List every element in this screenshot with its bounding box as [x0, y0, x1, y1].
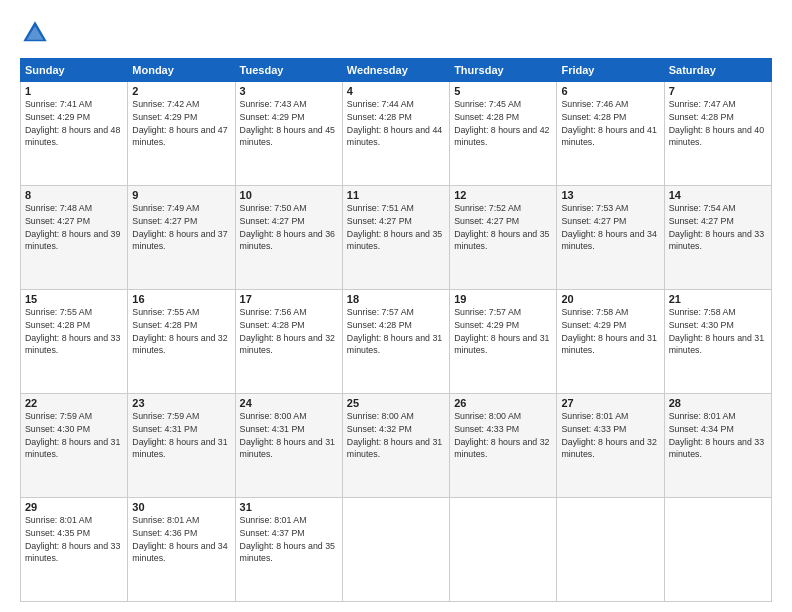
day-number: 26 [454, 397, 552, 409]
calendar-header-row: SundayMondayTuesdayWednesdayThursdayFrid… [21, 59, 772, 82]
calendar-week-row: 22Sunrise: 7:59 AMSunset: 4:30 PMDayligh… [21, 394, 772, 498]
day-info: Sunrise: 7:46 AMSunset: 4:28 PMDaylight:… [561, 98, 659, 149]
calendar-cell: 13Sunrise: 7:53 AMSunset: 4:27 PMDayligh… [557, 186, 664, 290]
calendar-cell [450, 498, 557, 602]
day-info: Sunrise: 7:58 AMSunset: 4:30 PMDaylight:… [669, 306, 767, 357]
day-info: Sunrise: 8:01 AMSunset: 4:34 PMDaylight:… [669, 410, 767, 461]
calendar-cell: 23Sunrise: 7:59 AMSunset: 4:31 PMDayligh… [128, 394, 235, 498]
calendar-cell: 20Sunrise: 7:58 AMSunset: 4:29 PMDayligh… [557, 290, 664, 394]
calendar-cell: 15Sunrise: 7:55 AMSunset: 4:28 PMDayligh… [21, 290, 128, 394]
calendar-cell: 1Sunrise: 7:41 AMSunset: 4:29 PMDaylight… [21, 82, 128, 186]
calendar-cell: 24Sunrise: 8:00 AMSunset: 4:31 PMDayligh… [235, 394, 342, 498]
day-info: Sunrise: 7:53 AMSunset: 4:27 PMDaylight:… [561, 202, 659, 253]
col-header-wednesday: Wednesday [342, 59, 449, 82]
day-info: Sunrise: 7:58 AMSunset: 4:29 PMDaylight:… [561, 306, 659, 357]
generalblue-logo-icon [20, 18, 50, 48]
day-info: Sunrise: 7:56 AMSunset: 4:28 PMDaylight:… [240, 306, 338, 357]
day-info: Sunrise: 7:48 AMSunset: 4:27 PMDaylight:… [25, 202, 123, 253]
calendar-cell: 27Sunrise: 8:01 AMSunset: 4:33 PMDayligh… [557, 394, 664, 498]
day-number: 2 [132, 85, 230, 97]
day-info: Sunrise: 8:00 AMSunset: 4:32 PMDaylight:… [347, 410, 445, 461]
day-info: Sunrise: 7:59 AMSunset: 4:30 PMDaylight:… [25, 410, 123, 461]
day-info: Sunrise: 8:01 AMSunset: 4:33 PMDaylight:… [561, 410, 659, 461]
day-number: 14 [669, 189, 767, 201]
day-number: 29 [25, 501, 123, 513]
calendar-cell: 11Sunrise: 7:51 AMSunset: 4:27 PMDayligh… [342, 186, 449, 290]
day-number: 8 [25, 189, 123, 201]
day-number: 18 [347, 293, 445, 305]
calendar-cell: 17Sunrise: 7:56 AMSunset: 4:28 PMDayligh… [235, 290, 342, 394]
calendar-cell: 8Sunrise: 7:48 AMSunset: 4:27 PMDaylight… [21, 186, 128, 290]
day-info: Sunrise: 7:57 AMSunset: 4:29 PMDaylight:… [454, 306, 552, 357]
calendar-week-row: 8Sunrise: 7:48 AMSunset: 4:27 PMDaylight… [21, 186, 772, 290]
header [20, 18, 772, 48]
col-header-saturday: Saturday [664, 59, 771, 82]
col-header-monday: Monday [128, 59, 235, 82]
col-header-tuesday: Tuesday [235, 59, 342, 82]
day-number: 22 [25, 397, 123, 409]
calendar-cell: 28Sunrise: 8:01 AMSunset: 4:34 PMDayligh… [664, 394, 771, 498]
col-header-friday: Friday [557, 59, 664, 82]
day-info: Sunrise: 7:42 AMSunset: 4:29 PMDaylight:… [132, 98, 230, 149]
calendar-table: SundayMondayTuesdayWednesdayThursdayFrid… [20, 58, 772, 602]
day-number: 27 [561, 397, 659, 409]
day-info: Sunrise: 7:44 AMSunset: 4:28 PMDaylight:… [347, 98, 445, 149]
calendar-cell: 22Sunrise: 7:59 AMSunset: 4:30 PMDayligh… [21, 394, 128, 498]
day-info: Sunrise: 7:41 AMSunset: 4:29 PMDaylight:… [25, 98, 123, 149]
day-info: Sunrise: 7:54 AMSunset: 4:27 PMDaylight:… [669, 202, 767, 253]
calendar-cell: 9Sunrise: 7:49 AMSunset: 4:27 PMDaylight… [128, 186, 235, 290]
day-number: 15 [25, 293, 123, 305]
calendar-cell: 7Sunrise: 7:47 AMSunset: 4:28 PMDaylight… [664, 82, 771, 186]
calendar-cell [557, 498, 664, 602]
day-info: Sunrise: 8:01 AMSunset: 4:37 PMDaylight:… [240, 514, 338, 565]
day-number: 9 [132, 189, 230, 201]
day-info: Sunrise: 7:45 AMSunset: 4:28 PMDaylight:… [454, 98, 552, 149]
day-number: 13 [561, 189, 659, 201]
day-info: Sunrise: 7:55 AMSunset: 4:28 PMDaylight:… [132, 306, 230, 357]
calendar-cell: 10Sunrise: 7:50 AMSunset: 4:27 PMDayligh… [235, 186, 342, 290]
day-info: Sunrise: 7:51 AMSunset: 4:27 PMDaylight:… [347, 202, 445, 253]
col-header-sunday: Sunday [21, 59, 128, 82]
day-number: 1 [25, 85, 123, 97]
calendar-cell: 18Sunrise: 7:57 AMSunset: 4:28 PMDayligh… [342, 290, 449, 394]
calendar-cell: 25Sunrise: 8:00 AMSunset: 4:32 PMDayligh… [342, 394, 449, 498]
day-info: Sunrise: 8:00 AMSunset: 4:33 PMDaylight:… [454, 410, 552, 461]
day-info: Sunrise: 8:01 AMSunset: 4:35 PMDaylight:… [25, 514, 123, 565]
day-info: Sunrise: 7:59 AMSunset: 4:31 PMDaylight:… [132, 410, 230, 461]
col-header-thursday: Thursday [450, 59, 557, 82]
day-number: 20 [561, 293, 659, 305]
calendar-cell: 21Sunrise: 7:58 AMSunset: 4:30 PMDayligh… [664, 290, 771, 394]
day-number: 3 [240, 85, 338, 97]
day-number: 10 [240, 189, 338, 201]
day-info: Sunrise: 7:43 AMSunset: 4:29 PMDaylight:… [240, 98, 338, 149]
calendar-cell [342, 498, 449, 602]
day-number: 25 [347, 397, 445, 409]
day-info: Sunrise: 7:50 AMSunset: 4:27 PMDaylight:… [240, 202, 338, 253]
page: SundayMondayTuesdayWednesdayThursdayFrid… [0, 0, 792, 612]
logo [20, 18, 54, 48]
calendar-cell: 2Sunrise: 7:42 AMSunset: 4:29 PMDaylight… [128, 82, 235, 186]
calendar-cell: 3Sunrise: 7:43 AMSunset: 4:29 PMDaylight… [235, 82, 342, 186]
day-info: Sunrise: 7:47 AMSunset: 4:28 PMDaylight:… [669, 98, 767, 149]
calendar-cell: 16Sunrise: 7:55 AMSunset: 4:28 PMDayligh… [128, 290, 235, 394]
day-number: 17 [240, 293, 338, 305]
day-info: Sunrise: 8:01 AMSunset: 4:36 PMDaylight:… [132, 514, 230, 565]
calendar-cell: 14Sunrise: 7:54 AMSunset: 4:27 PMDayligh… [664, 186, 771, 290]
calendar-week-row: 29Sunrise: 8:01 AMSunset: 4:35 PMDayligh… [21, 498, 772, 602]
day-number: 16 [132, 293, 230, 305]
day-info: Sunrise: 7:55 AMSunset: 4:28 PMDaylight:… [25, 306, 123, 357]
day-number: 21 [669, 293, 767, 305]
calendar-cell [664, 498, 771, 602]
calendar-week-row: 15Sunrise: 7:55 AMSunset: 4:28 PMDayligh… [21, 290, 772, 394]
day-info: Sunrise: 7:52 AMSunset: 4:27 PMDaylight:… [454, 202, 552, 253]
day-info: Sunrise: 8:00 AMSunset: 4:31 PMDaylight:… [240, 410, 338, 461]
day-info: Sunrise: 7:49 AMSunset: 4:27 PMDaylight:… [132, 202, 230, 253]
day-number: 11 [347, 189, 445, 201]
day-number: 30 [132, 501, 230, 513]
calendar-cell: 4Sunrise: 7:44 AMSunset: 4:28 PMDaylight… [342, 82, 449, 186]
calendar-cell: 12Sunrise: 7:52 AMSunset: 4:27 PMDayligh… [450, 186, 557, 290]
calendar-cell: 19Sunrise: 7:57 AMSunset: 4:29 PMDayligh… [450, 290, 557, 394]
day-number: 5 [454, 85, 552, 97]
calendar-cell: 31Sunrise: 8:01 AMSunset: 4:37 PMDayligh… [235, 498, 342, 602]
day-number: 23 [132, 397, 230, 409]
